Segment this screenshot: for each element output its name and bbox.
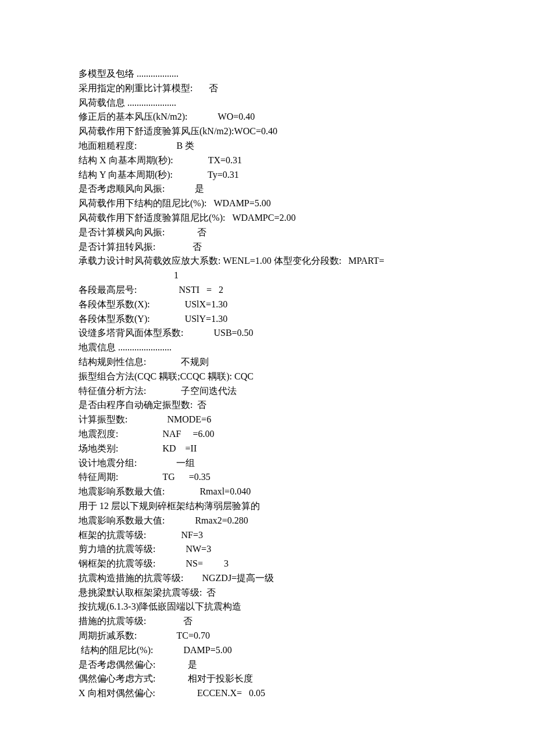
text-line: 是否考虑顺风向风振: 是	[79, 182, 456, 196]
text-line: 结构的阻尼比(%): DAMP=5.00	[79, 643, 456, 658]
text-line: 风荷载信息 .....................	[79, 96, 456, 110]
text-line: 修正后的基本风压(kN/m2): WO=0.40	[79, 110, 456, 124]
text-line: 设缝多塔背风面体型系数: USB=0.50	[79, 326, 456, 341]
text-line: 各段最高层号: NSTI = 2	[79, 283, 456, 298]
text-line: 抗震构造措施的抗震等级: NGZDJ=提高一级	[79, 571, 456, 586]
text-line: 周期折减系数: TC=0.70	[79, 629, 456, 643]
text-line: 是否由程序自动确定振型数: 否	[79, 398, 456, 413]
text-line: 特征周期: TG =0.35	[79, 470, 456, 485]
text-line: 地震烈度: NAF =6.00	[79, 427, 456, 442]
text-line: 地震影响系数最大值: Rmaxl=0.040	[79, 485, 456, 499]
text-line: 结构规则性信息: 不规则	[79, 355, 456, 370]
text-line: 风荷载作用下舒适度验算风压(kN/m2):WOC=0.40	[79, 124, 456, 139]
text-line: 用于 12 层以下规则碎框架结构薄弱层验算的	[79, 499, 456, 514]
text-line: 偶然偏心考虑方式: 相对于投影长度	[79, 672, 456, 686]
text-line: 各段体型系数(X): USlX=1.30	[79, 298, 456, 312]
text-line: 地震影响系数最大值: Rmax2=0.280	[79, 514, 456, 528]
text-line: 是否计算横风向风振: 否	[79, 225, 456, 240]
text-line: 1	[79, 268, 456, 283]
text-line: 按抗规(6.1.3-3)降低嵌固端以下抗震构造	[79, 600, 456, 614]
text-line: 是否计算扭转风振: 否	[79, 240, 456, 255]
text-line: 是否考虑偶然偏心: 是	[79, 658, 456, 672]
text-line: 结构 Y 向基本周期(秒): Ty=0.31	[79, 168, 456, 182]
text-line: 风荷载作用下舒适度验算阻尼比(%): WDAMPC=2.00	[79, 211, 456, 225]
text-line: 钢框架的抗震等级: NS= 3	[79, 557, 456, 571]
text-line: 剪力墙的抗震等级: NW=3	[79, 542, 456, 557]
text-line: 采用指定的刚重比计算模型: 否	[79, 81, 456, 96]
text-line: 地面粗糙程度: B 类	[79, 139, 456, 153]
text-line: 场地类别: KD =II	[79, 442, 456, 456]
text-line: 框架的抗震等级: NF=3	[79, 528, 456, 543]
text-line: 计算振型数: NMODE=6	[79, 413, 456, 427]
text-line: X 向相对偶然偏心: ECCEN.X= 0.05	[79, 686, 456, 701]
text-line: 措施的抗震等级: 否	[79, 614, 456, 629]
text-line: 风荷载作用下结构的阻尼比(%): WDAMP=5.00	[79, 196, 456, 211]
text-line: 悬挑梁默认取框架梁抗震等级: 否	[79, 586, 456, 600]
text-line: 多模型及包络 ..................	[79, 67, 456, 81]
text-line: 振型组合方法(CQC 耦联;CCQC 耦联): CQC	[79, 370, 456, 384]
document-page: 多模型及包络 .................. 采用指定的刚重比计算模型: …	[0, 0, 535, 724]
text-line: 特征值分析方法: 子空间迭代法	[79, 384, 456, 399]
text-line: 设计地震分组: 一组	[79, 456, 456, 471]
text-line: 各段体型系数(Y): USlY=1.30	[79, 312, 456, 327]
text-line: 地震信息 .......................	[79, 341, 456, 355]
text-line: 承载力设计时风荷载效应放大系数: WENL=1.00 体型变化分段数: MPAR…	[79, 254, 456, 268]
text-line: 结构 X 向基本周期(秒): TX=0.31	[79, 153, 456, 168]
